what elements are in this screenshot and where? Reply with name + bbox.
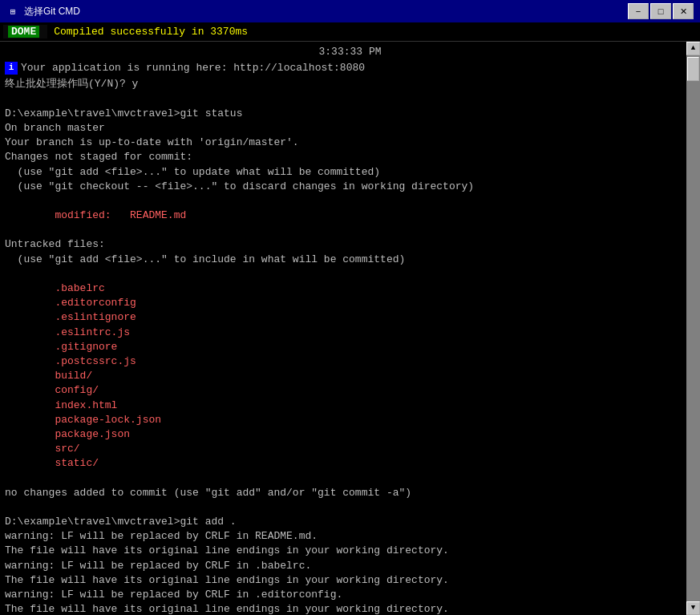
untracked-file-9: index.html — [5, 399, 695, 413]
untracked-file-3: .eslintignore — [5, 310, 695, 325]
scrollbar[interactable]: ▲ ▼ — [686, 42, 700, 615]
empty-line-2 — [5, 194, 695, 208]
no-changes-line: no changes added to commit (use "git add… — [5, 486, 695, 500]
scroll-up-button[interactable]: ▲ — [686, 42, 700, 55]
warning-1: warning: LF will be replaced by CRLF in … — [5, 529, 695, 544]
untracked-file-1: .babelrc — [5, 281, 695, 296]
untracked-line: Untracked files: — [5, 237, 695, 252]
minimize-button[interactable]: − — [628, 3, 649, 19]
empty-line-3 — [5, 223, 695, 237]
maximize-button[interactable]: □ — [650, 3, 671, 19]
untracked-file-7: build/ — [5, 369, 695, 383]
batch-prompt-line: 终止批处理操作吗(Y/N)? y — [5, 77, 695, 91]
timestamp-line: 3:33:33 PM — [5, 45, 695, 59]
hint1-line: (use "git add <file>..." to update what … — [5, 165, 695, 180]
changes-line: Changes not staged for commit: — [5, 150, 695, 164]
dome-badge: DOME — [3, 25, 47, 38]
untracked-file-6: .postcssrc.js — [5, 354, 695, 369]
app-url-text: Your application is running here: http:/… — [21, 61, 365, 75]
title-bar: ⊞ 选择Git CMD − □ ✕ — [0, 0, 700, 22]
empty-line-6 — [5, 500, 695, 515]
uptodate-line: Your branch is up-to-date with 'origin/m… — [5, 136, 695, 150]
warning-2: warning: LF will be replaced by CRLF in … — [5, 559, 695, 573]
window-title: 选择Git CMD — [24, 5, 628, 18]
empty-line-5 — [5, 471, 695, 485]
window-controls: − □ ✕ — [628, 3, 694, 19]
git-status-cmd: D:\example\travel\mvctravel>git status — [5, 107, 695, 121]
empty-line-1 — [5, 92, 695, 107]
window-icon: ⊞ — [6, 5, 19, 18]
info-icon: i — [5, 62, 18, 75]
status-bar: DOME Compiled successfully in 3370ms — [0, 22, 700, 42]
scrollbar-thumb[interactable] — [687, 57, 699, 81]
untracked-file-13: static/ — [5, 456, 695, 471]
dome-label: DOME — [8, 26, 39, 38]
untracked-file-4: .eslintrc.js — [5, 326, 695, 340]
app-running-line: i Your application is running here: http… — [5, 61, 695, 75]
warning-3: warning: LF will be replaced by CRLF in … — [5, 588, 695, 602]
untracked-file-12: src/ — [5, 442, 695, 456]
untracked-file-5: .gitignore — [5, 340, 695, 354]
untracked-file-11: package.json — [5, 427, 695, 442]
empty-line-4 — [5, 267, 695, 281]
hint2-line: (use "git checkout -- <file>..." to disc… — [5, 180, 695, 194]
terminal-window: ⊞ 选择Git CMD − □ ✕ DOME Compiled successf… — [0, 0, 700, 615]
git-add-cmd: D:\example\travel\mvctravel>git add . — [5, 515, 695, 529]
compiled-status: Compiled successfully in 3370ms — [54, 26, 248, 38]
close-button[interactable]: ✕ — [673, 3, 694, 19]
warning-3b: The file will have its original line end… — [5, 602, 695, 615]
untracked-file-10: package-lock.json — [5, 413, 695, 427]
untracked-file-8: config/ — [5, 383, 695, 398]
scrollbar-track[interactable] — [686, 55, 700, 601]
untracked-hint: (use "git add <file>..." to include in w… — [5, 253, 695, 267]
branch-line: On branch master — [5, 121, 695, 136]
terminal-content[interactable]: 3:33:33 PM i Your application is running… — [0, 42, 700, 615]
modified-line: modified: README.md — [5, 208, 695, 223]
warning-2b: The file will have its original line end… — [5, 573, 695, 588]
warning-1b: The file will have its original line end… — [5, 544, 695, 558]
untracked-file-2: .editorconfig — [5, 296, 695, 310]
scroll-down-button[interactable]: ▼ — [686, 601, 700, 615]
